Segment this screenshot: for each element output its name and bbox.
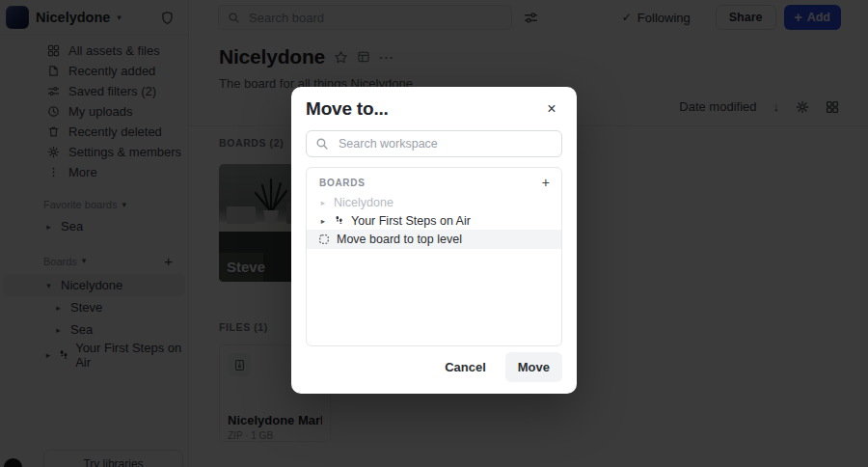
chevron-right-icon: ▸ [319, 198, 327, 207]
dashed-board-icon [318, 234, 330, 245]
modal-title: Move to... [306, 98, 389, 120]
modal-row-first-steps[interactable]: ▸ Your First Steps on Air [307, 211, 561, 230]
move-button[interactable]: Move [505, 352, 562, 382]
add-board-icon[interactable]: + [542, 176, 550, 189]
modal-row-move-top-level[interactable]: Move board to top level [307, 230, 561, 249]
modal-row-label: Nicelydone [334, 196, 393, 209]
close-icon[interactable]: × [541, 98, 562, 120]
modal-footer: Cancel Move [435, 352, 562, 382]
chevron-right-icon: ▸ [319, 216, 327, 226]
move-to-modal: Move to... × BOARDS + ▸ Nicelydone ▸ [291, 87, 577, 394]
modal-list-header: BOARDS + [307, 168, 561, 193]
modal-header: Move to... × [306, 98, 562, 120]
modal-boards-label: BOARDS [319, 178, 366, 188]
workspace-search[interactable] [306, 130, 562, 157]
modal-row-label: Move board to top level [337, 233, 462, 246]
modal-row-label: Your First Steps on Air [351, 214, 471, 228]
workspace-search-input[interactable] [337, 136, 553, 151]
modal-row-nicelydone[interactable]: ▸ Nicelydone [307, 193, 561, 211]
cancel-button[interactable]: Cancel [435, 354, 496, 380]
modal-board-list: BOARDS + ▸ Nicelydone ▸ Your First Steps… [306, 167, 562, 346]
footprints-icon [334, 215, 344, 226]
app-window: ✓ Following Share + Add Nicelydone ▾ All… [0, 0, 868, 467]
search-icon [315, 137, 329, 151]
